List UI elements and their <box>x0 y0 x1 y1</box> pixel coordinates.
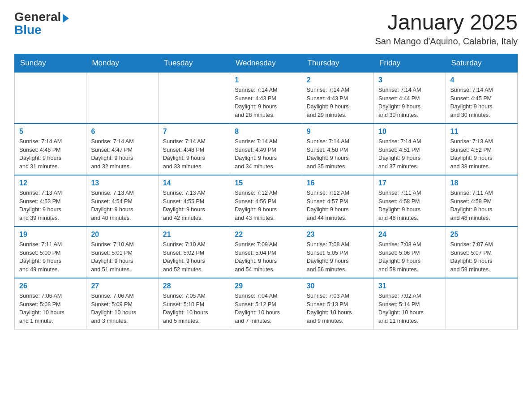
calendar-cell: 1Sunrise: 7:14 AMSunset: 4:43 PMDaylight… <box>230 72 302 124</box>
day-info: Sunrise: 7:14 AMSunset: 4:43 PMDaylight:… <box>235 86 297 120</box>
calendar-header-thursday: Thursday <box>302 54 373 72</box>
day-info: Sunrise: 7:03 AMSunset: 5:13 PMDaylight:… <box>307 292 369 325</box>
calendar-cell: 19Sunrise: 7:11 AMSunset: 5:00 PMDayligh… <box>15 227 86 278</box>
day-number: 29 <box>235 282 297 290</box>
calendar-cell: 25Sunrise: 7:07 AMSunset: 5:07 PMDayligh… <box>446 227 517 278</box>
day-info: Sunrise: 7:14 AMSunset: 4:45 PMDaylight:… <box>450 86 513 120</box>
day-number: 4 <box>450 76 513 84</box>
day-info: Sunrise: 7:12 AMSunset: 4:56 PMDaylight:… <box>235 189 297 223</box>
calendar-cell: 13Sunrise: 7:13 AMSunset: 4:54 PMDayligh… <box>86 175 158 227</box>
calendar-cell: 6Sunrise: 7:14 AMSunset: 4:47 PMDaylight… <box>86 124 158 175</box>
calendar-cell: 18Sunrise: 7:11 AMSunset: 4:59 PMDayligh… <box>446 175 517 227</box>
day-info: Sunrise: 7:08 AMSunset: 5:05 PMDaylight:… <box>307 240 369 274</box>
day-number: 31 <box>378 282 441 290</box>
day-number: 25 <box>450 231 513 239</box>
day-info: Sunrise: 7:11 AMSunset: 5:00 PMDaylight:… <box>19 240 82 274</box>
logo-text: General <box>14 11 69 24</box>
calendar-cell: 15Sunrise: 7:12 AMSunset: 4:56 PMDayligh… <box>230 175 302 227</box>
day-info: Sunrise: 7:13 AMSunset: 4:54 PMDaylight:… <box>91 189 153 223</box>
calendar-week-row: 26Sunrise: 7:06 AMSunset: 5:08 PMDayligh… <box>15 278 518 330</box>
day-info: Sunrise: 7:04 AMSunset: 5:12 PMDaylight:… <box>235 292 297 325</box>
calendar-cell: 16Sunrise: 7:12 AMSunset: 4:57 PMDayligh… <box>302 175 373 227</box>
day-info: Sunrise: 7:14 AMSunset: 4:49 PMDaylight:… <box>235 137 297 171</box>
month-year-title: January 2025 <box>375 11 518 34</box>
calendar-cell: 4Sunrise: 7:14 AMSunset: 4:45 PMDaylight… <box>446 72 517 124</box>
calendar-cell: 5Sunrise: 7:14 AMSunset: 4:46 PMDaylight… <box>15 124 86 175</box>
calendar-cell: 29Sunrise: 7:04 AMSunset: 5:12 PMDayligh… <box>230 278 302 330</box>
day-info: Sunrise: 7:06 AMSunset: 5:08 PMDaylight:… <box>19 292 82 325</box>
day-number: 6 <box>91 128 153 136</box>
day-info: Sunrise: 7:14 AMSunset: 4:44 PMDaylight:… <box>378 86 441 120</box>
calendar-header-row: SundayMondayTuesdayWednesdayThursdayFrid… <box>15 54 518 72</box>
day-info: Sunrise: 7:12 AMSunset: 4:57 PMDaylight:… <box>307 189 369 223</box>
day-info: Sunrise: 7:14 AMSunset: 4:50 PMDaylight:… <box>307 137 369 171</box>
calendar-cell: 11Sunrise: 7:13 AMSunset: 4:52 PMDayligh… <box>446 124 517 175</box>
calendar-table: SundayMondayTuesdayWednesdayThursdayFrid… <box>14 54 518 330</box>
calendar-week-row: 12Sunrise: 7:13 AMSunset: 4:53 PMDayligh… <box>15 175 518 227</box>
page-header: General Blue January 2025 San Mango d'Aq… <box>14 11 518 47</box>
calendar-cell: 2Sunrise: 7:14 AMSunset: 4:43 PMDaylight… <box>302 72 373 124</box>
logo: General Blue <box>14 11 69 36</box>
calendar-cell: 10Sunrise: 7:14 AMSunset: 4:51 PMDayligh… <box>374 124 446 175</box>
day-info: Sunrise: 7:08 AMSunset: 5:06 PMDaylight:… <box>378 240 441 274</box>
day-info: Sunrise: 7:09 AMSunset: 5:04 PMDaylight:… <box>235 240 297 274</box>
day-info: Sunrise: 7:14 AMSunset: 4:43 PMDaylight:… <box>307 86 369 120</box>
day-number: 2 <box>307 76 369 84</box>
calendar-cell <box>86 72 158 124</box>
title-block: January 2025 San Mango d'Aquino, Calabri… <box>375 11 518 47</box>
day-number: 15 <box>235 179 297 187</box>
calendar-week-row: 19Sunrise: 7:11 AMSunset: 5:00 PMDayligh… <box>15 227 518 278</box>
logo-blue: Blue <box>14 24 42 36</box>
calendar-week-row: 1Sunrise: 7:14 AMSunset: 4:43 PMDaylight… <box>15 72 518 124</box>
day-info: Sunrise: 7:13 AMSunset: 4:52 PMDaylight:… <box>450 137 513 171</box>
day-info: Sunrise: 7:07 AMSunset: 5:07 PMDaylight:… <box>450 240 513 274</box>
calendar-cell: 9Sunrise: 7:14 AMSunset: 4:50 PMDaylight… <box>302 124 373 175</box>
day-info: Sunrise: 7:14 AMSunset: 4:47 PMDaylight:… <box>91 137 153 171</box>
calendar-cell: 22Sunrise: 7:09 AMSunset: 5:04 PMDayligh… <box>230 227 302 278</box>
day-number: 16 <box>307 179 369 187</box>
calendar-header-friday: Friday <box>374 54 446 72</box>
day-number: 23 <box>307 231 369 239</box>
day-info: Sunrise: 7:10 AMSunset: 5:01 PMDaylight:… <box>91 240 153 274</box>
day-info: Sunrise: 7:11 AMSunset: 4:58 PMDaylight:… <box>378 189 441 223</box>
day-info: Sunrise: 7:02 AMSunset: 5:14 PMDaylight:… <box>378 292 441 325</box>
day-number: 7 <box>163 128 225 136</box>
location-subtitle: San Mango d'Aquino, Calabria, Italy <box>375 36 518 47</box>
calendar-cell: 26Sunrise: 7:06 AMSunset: 5:08 PMDayligh… <box>15 278 86 330</box>
calendar-cell: 14Sunrise: 7:13 AMSunset: 4:55 PMDayligh… <box>158 175 230 227</box>
calendar-cell: 23Sunrise: 7:08 AMSunset: 5:05 PMDayligh… <box>302 227 373 278</box>
day-number: 13 <box>91 179 153 187</box>
day-info: Sunrise: 7:06 AMSunset: 5:09 PMDaylight:… <box>91 292 153 325</box>
logo-general: General <box>14 10 61 24</box>
day-info: Sunrise: 7:05 AMSunset: 5:10 PMDaylight:… <box>163 292 225 325</box>
day-number: 14 <box>163 179 225 187</box>
day-info: Sunrise: 7:13 AMSunset: 4:53 PMDaylight:… <box>19 189 82 223</box>
calendar-header-sunday: Sunday <box>15 54 86 72</box>
calendar-cell: 21Sunrise: 7:10 AMSunset: 5:02 PMDayligh… <box>158 227 230 278</box>
calendar-cell: 30Sunrise: 7:03 AMSunset: 5:13 PMDayligh… <box>302 278 373 330</box>
calendar-cell: 7Sunrise: 7:14 AMSunset: 4:48 PMDaylight… <box>158 124 230 175</box>
day-info: Sunrise: 7:10 AMSunset: 5:02 PMDaylight:… <box>163 240 225 274</box>
calendar-week-row: 5Sunrise: 7:14 AMSunset: 4:46 PMDaylight… <box>15 124 518 175</box>
day-info: Sunrise: 7:11 AMSunset: 4:59 PMDaylight:… <box>450 189 513 223</box>
day-number: 11 <box>450 128 513 136</box>
day-number: 3 <box>378 76 441 84</box>
day-number: 18 <box>450 179 513 187</box>
day-info: Sunrise: 7:14 AMSunset: 4:48 PMDaylight:… <box>163 137 225 171</box>
calendar-header-monday: Monday <box>86 54 158 72</box>
calendar-header-tuesday: Tuesday <box>158 54 230 72</box>
day-info: Sunrise: 7:13 AMSunset: 4:55 PMDaylight:… <box>163 189 225 223</box>
day-number: 20 <box>91 231 153 239</box>
calendar-cell: 28Sunrise: 7:05 AMSunset: 5:10 PMDayligh… <box>158 278 230 330</box>
day-number: 30 <box>307 282 369 290</box>
day-number: 10 <box>378 128 441 136</box>
day-number: 24 <box>378 231 441 239</box>
calendar-cell: 17Sunrise: 7:11 AMSunset: 4:58 PMDayligh… <box>374 175 446 227</box>
day-info: Sunrise: 7:14 AMSunset: 4:51 PMDaylight:… <box>378 137 441 171</box>
calendar-cell: 12Sunrise: 7:13 AMSunset: 4:53 PMDayligh… <box>15 175 86 227</box>
day-number: 8 <box>235 128 297 136</box>
day-number: 5 <box>19 128 82 136</box>
day-number: 1 <box>235 76 297 84</box>
day-number: 19 <box>19 231 82 239</box>
calendar-cell: 3Sunrise: 7:14 AMSunset: 4:44 PMDaylight… <box>374 72 446 124</box>
